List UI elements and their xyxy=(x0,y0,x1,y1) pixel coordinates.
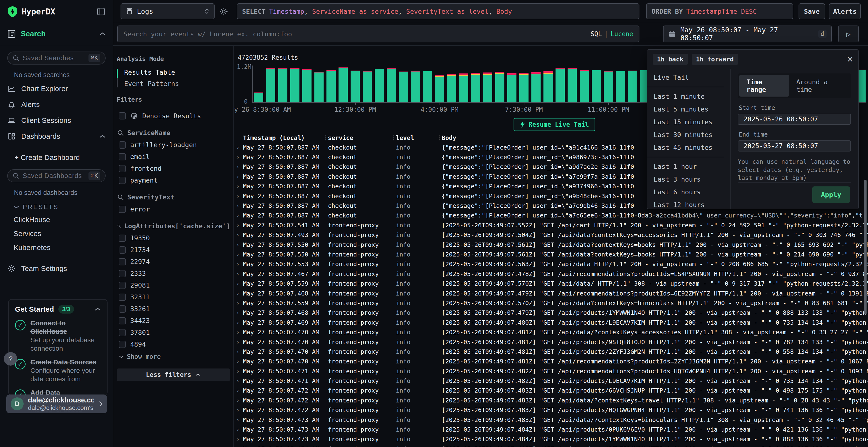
quick-range-last-15-minutes[interactable]: Last 15 minutes xyxy=(647,115,730,128)
close-icon[interactable]: × xyxy=(847,55,853,64)
table-row[interactable]: ›May 27 8:50:07.473 AMfrontend-proxyinfo… xyxy=(234,435,868,444)
show-more-link[interactable]: Show more xyxy=(117,350,230,360)
checkbox[interactable] xyxy=(119,305,126,313)
row-expander-icon[interactable]: › xyxy=(234,144,243,150)
quick-range-live-tail[interactable]: Live Tail xyxy=(647,71,730,84)
select-clause-input[interactable]: SELECT Timestamp, ServiceName as service… xyxy=(237,3,640,19)
histogram-bar[interactable] xyxy=(531,66,540,102)
row-expander-icon[interactable]: › xyxy=(234,300,243,306)
histogram-bar[interactable] xyxy=(290,66,300,102)
filter-checkbox-row[interactable]: 29081 xyxy=(117,279,230,291)
histogram-bar[interactable] xyxy=(459,66,468,102)
histogram-bar[interactable] xyxy=(266,66,275,102)
row-expander-icon[interactable]: › xyxy=(234,310,243,316)
row-expander-icon[interactable]: › xyxy=(234,349,243,355)
checkbox[interactable] xyxy=(119,258,126,265)
row-expander-icon[interactable]: › xyxy=(234,242,243,248)
checkbox[interactable] xyxy=(119,317,126,324)
resume-live-tail-button[interactable]: Resume Live Tail xyxy=(514,118,595,131)
table-row[interactable]: ›May 27 8:50:07.472 AMfrontend-proxyinfo… xyxy=(234,396,868,405)
table-row[interactable]: ›May 27 8:50:07.474 AMfrontend-proxyinfo… xyxy=(234,444,868,447)
histogram-bar[interactable] xyxy=(544,66,553,102)
lucene-search-input[interactable]: Search your events w/ Lucene ex. column:… xyxy=(117,26,640,42)
histogram-bar[interactable] xyxy=(604,66,613,102)
get-started-step[interactable]: ✓ Connect to ClickHouse Set up your data… xyxy=(15,319,101,353)
filter-checkbox-row[interactable]: email xyxy=(117,151,230,163)
table-row[interactable]: ›May 27 8:50:07.559 AMfrontend-proxyinfo… xyxy=(234,279,868,288)
checkbox[interactable] xyxy=(119,235,126,242)
date-range-input[interactable]: May 26 08:50:07 - May 27 08:50:07 d xyxy=(663,26,832,42)
sidebar-item-chart-explorer[interactable]: Chart Explorer xyxy=(0,81,113,97)
table-row[interactable]: ›May 27 8:50:07.470 AMfrontend-proxyinfo… xyxy=(234,327,868,337)
histogram-bar[interactable] xyxy=(302,66,311,102)
table-row[interactable]: ›May 27 8:50:07.550 AMfrontend-proxyinfo… xyxy=(234,249,868,259)
table-row[interactable]: ›May 27 8:50:07.471 AMfrontend-proxyinfo… xyxy=(234,376,868,386)
row-expander-icon[interactable]: › xyxy=(234,378,243,384)
sidebar-item-dashboards[interactable]: Dashboards xyxy=(0,128,113,144)
orderby-clause-input[interactable]: ORDER BY TimestampTime DESC xyxy=(646,3,793,19)
histogram-bar[interactable] xyxy=(399,66,408,102)
col-header-timestamp[interactable]: Timestamp (Local) xyxy=(243,134,322,141)
histogram-bar[interactable] xyxy=(567,66,577,102)
mode-event-patterns[interactable]: Event Patterns xyxy=(124,80,179,88)
row-expander-icon[interactable]: › xyxy=(234,164,243,170)
end-time-input[interactable]: 2025-05-27 08:50:07 xyxy=(738,140,851,151)
table-row[interactable]: ›May 27 8:50:07.468 AMfrontend-proxyinfo… xyxy=(234,288,868,298)
row-expander-icon[interactable]: › xyxy=(234,212,243,218)
histogram-bar[interactable] xyxy=(327,66,336,102)
saved-dashboards-input[interactable]: Saved Dashboards ⌘K xyxy=(7,169,105,182)
checkbox[interactable] xyxy=(119,246,126,253)
row-expander-icon[interactable]: › xyxy=(234,407,243,413)
checkbox[interactable] xyxy=(119,329,126,336)
table-row[interactable]: ›May 27 8:50:07.468 AMfrontend-proxyinfo… xyxy=(234,308,868,318)
language-toggle-sql[interactable]: SQL xyxy=(590,30,602,38)
denoise-results-checkbox-row[interactable]: Denoise Results xyxy=(117,110,230,122)
checkbox[interactable] xyxy=(119,112,126,119)
histogram-bar[interactable] xyxy=(314,66,323,102)
row-expander-icon[interactable]: › xyxy=(234,193,243,199)
table-row[interactable]: ›May 27 8:50:07.469 AMfrontend-proxyinfo… xyxy=(234,318,868,327)
col-header-level[interactable]: level xyxy=(396,134,436,141)
table-row[interactable]: ›May 27 8:50:07.887 AMcheckoutinfo{"mess… xyxy=(234,211,868,220)
histogram-bar[interactable] xyxy=(339,66,348,102)
filter-checkbox-row[interactable]: 37801 xyxy=(117,326,230,338)
table-row[interactable]: ›May 27 8:50:07.473 AMfrontend-proxyinfo… xyxy=(234,424,868,434)
histogram-bar[interactable] xyxy=(483,66,492,102)
run-query-button[interactable]: ▷ xyxy=(838,26,859,42)
histogram-bar[interactable] xyxy=(447,66,456,102)
row-expander-icon[interactable]: › xyxy=(234,358,243,365)
table-row[interactable]: ›May 27 8:50:07.467 AMfrontend-proxyinfo… xyxy=(234,269,868,279)
quick-range-last-5-minutes[interactable]: Last 5 minutes xyxy=(647,103,730,115)
row-expander-icon[interactable]: › xyxy=(234,319,243,325)
checkbox[interactable] xyxy=(119,165,126,172)
table-row[interactable]: ›May 27 8:50:07.472 AMfrontend-proxyinfo… xyxy=(234,405,868,415)
1h-back-button[interactable]: 1h back xyxy=(653,54,688,65)
1h-forward-button[interactable]: 1h forward xyxy=(692,54,738,65)
sidebar-item-services[interactable]: Services xyxy=(0,227,113,241)
mode-results-table[interactable]: Results Table xyxy=(124,69,179,76)
row-expander-icon[interactable]: › xyxy=(234,183,243,189)
create-dashboard-button[interactable]: + Create Dashboard xyxy=(0,148,113,163)
table-row[interactable]: ›May 27 8:50:07.559 AMfrontend-proxyinfo… xyxy=(234,298,868,308)
sidebar-item-team-settings[interactable]: Team Settings xyxy=(0,254,113,275)
row-expander-icon[interactable]: › xyxy=(234,368,243,374)
row-expander-icon[interactable]: › xyxy=(234,398,243,403)
checkbox[interactable] xyxy=(119,177,126,184)
row-expander-icon[interactable]: › xyxy=(234,436,243,442)
quick-range-last-6-hours[interactable]: Last 6 hours xyxy=(647,186,730,199)
checkbox[interactable] xyxy=(119,341,126,348)
column-drag-handle[interactable]: ⋮ xyxy=(391,134,396,141)
quick-range-last-12-hours[interactable]: Last 12 hours xyxy=(647,199,730,209)
quick-range-last-1-minute[interactable]: Last 1 minute xyxy=(647,90,730,103)
row-expander-icon[interactable]: › xyxy=(234,203,243,209)
histogram-bar[interactable] xyxy=(411,66,420,102)
sidebar-item-search[interactable]: Search xyxy=(0,23,113,45)
row-expander-icon[interactable]: › xyxy=(234,426,243,433)
row-expander-icon[interactable]: › xyxy=(234,261,243,267)
row-expander-icon[interactable]: › xyxy=(234,417,243,423)
filter-checkbox-row[interactable]: error xyxy=(117,203,230,215)
histogram-bar[interactable] xyxy=(471,66,480,102)
row-expander-icon[interactable]: › xyxy=(234,329,243,335)
chevron-up-icon[interactable] xyxy=(99,32,105,36)
histogram-bar[interactable] xyxy=(278,66,287,102)
